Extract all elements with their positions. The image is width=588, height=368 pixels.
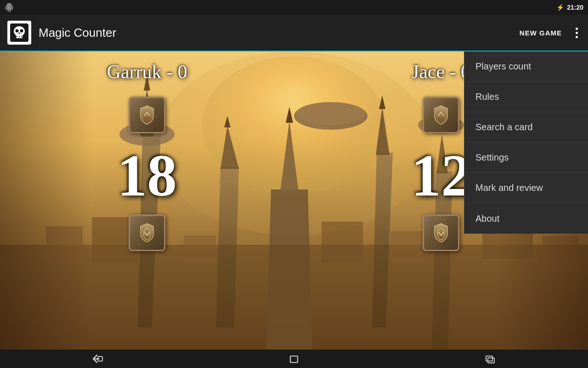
- menu-item-settings[interactable]: Settings: [464, 143, 588, 173]
- player-right-bottom-shields: [423, 214, 459, 251]
- battery-icon: ⚡: [556, 4, 564, 11]
- player-right-shield-top[interactable]: [423, 97, 459, 133]
- overflow-dot-3: [576, 36, 578, 38]
- player-left-name: Garruk - 0: [107, 61, 187, 83]
- game-area: Garruk - 0: [0, 52, 588, 350]
- skull-logo-svg: [10, 23, 28, 42]
- svg-point-3: [16, 29, 19, 33]
- app-title: Magic Counter: [39, 26, 520, 40]
- new-game-button[interactable]: NEW GAME: [520, 29, 562, 37]
- svg-point-5: [18, 33, 20, 34]
- player-left-shield-top[interactable]: [129, 97, 165, 133]
- menu-item-about[interactable]: About: [464, 203, 588, 234]
- status-bar-right: ⚡ 21:20: [556, 4, 583, 11]
- overflow-menu-button[interactable]: [573, 25, 581, 41]
- status-bar-left: [5, 3, 14, 12]
- player-left-area: Garruk - 0: [0, 52, 294, 350]
- player-right-top-shields: [423, 97, 459, 133]
- player-left-top-shields: [129, 97, 165, 133]
- overflow-dot-1: [576, 28, 578, 30]
- svg-rect-46: [488, 358, 494, 363]
- back-icon: [91, 354, 104, 363]
- svg-point-1: [14, 26, 25, 36]
- svg-point-4: [20, 29, 23, 33]
- nav-bar: [0, 350, 588, 368]
- top-bar: Magic Counter NEW GAME: [0, 15, 588, 52]
- recents-icon: [484, 352, 497, 365]
- menu-item-players-count[interactable]: Players count: [464, 52, 588, 82]
- player-left-bottom-shields: [129, 214, 165, 251]
- player-right-shield-bottom[interactable]: [423, 214, 459, 251]
- home-button[interactable]: [288, 352, 300, 365]
- player-right-name: Jace - 0: [412, 61, 470, 83]
- svg-rect-45: [486, 356, 492, 361]
- overflow-dot-2: [576, 32, 578, 34]
- menu-item-mark-review[interactable]: Mark and review: [464, 173, 588, 203]
- android-icon: [5, 3, 14, 12]
- recents-button[interactable]: [484, 352, 497, 365]
- menu-item-rules[interactable]: Rules: [464, 82, 588, 112]
- back-button[interactable]: [91, 354, 104, 363]
- home-icon: [288, 352, 300, 365]
- player-left-shield-bottom[interactable]: [129, 214, 165, 251]
- status-bar: ⚡ 21:20: [0, 0, 588, 15]
- dropdown-menu: Players count Rules Search a card Settin…: [464, 52, 588, 234]
- player-right-life[interactable]: 12: [411, 145, 471, 205]
- menu-item-search-card[interactable]: Search a card: [464, 112, 588, 143]
- svg-rect-42: [93, 358, 100, 360]
- app-logo: [7, 21, 31, 45]
- svg-rect-44: [290, 356, 298, 362]
- player-left-life[interactable]: 18: [117, 145, 177, 205]
- time-display: 21:20: [567, 4, 583, 11]
